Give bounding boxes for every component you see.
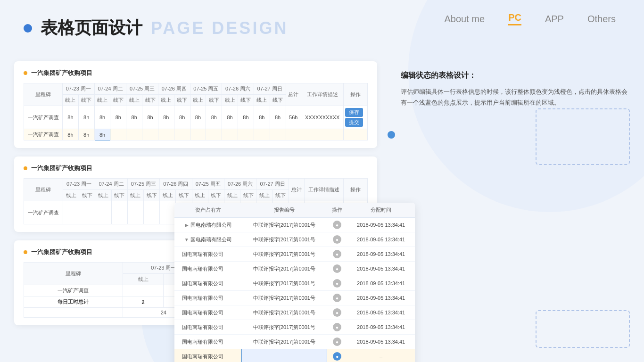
th-milestone: 里程碑	[24, 83, 63, 106]
table-row: 国电南瑞有限公司 中联评报字[2017]第0001号 ● 2018-09-05 …	[174, 335, 415, 349]
th-offline-6: 线下	[238, 95, 254, 106]
table-row: 国电南瑞有限公司 中联评报字[2017]第0001号 ● 2018-09-05 …	[174, 247, 415, 262]
page-title-cn: 表格页面设计	[41, 16, 142, 40]
table-1: 里程碑 07-23 周一 07-24 周二 07-25 周三 07-26 周四 …	[24, 83, 368, 140]
table-row: 国电南瑞有限公司 中联评报字[2017]第0001号 ● 2018-09-05 …	[174, 320, 415, 335]
table-row-editing: 一汽矿产调查 8h8h 8h	[24, 129, 368, 140]
action-btn[interactable]: ●	[333, 279, 341, 288]
th-online-7: 线上	[254, 95, 270, 106]
th-date-4: 07-26 周四	[158, 83, 190, 95]
th-date-7: 07-27 周日	[254, 83, 286, 95]
action-btn[interactable]: ●	[333, 337, 341, 346]
th-online-2: 线上	[94, 95, 110, 106]
right-panel: 编辑状态的表格设计： 评估师编辑具体一行表格信息的时候，该行整体颜色变为浅橙色，…	[391, 52, 644, 362]
asset-table: 资产占有方 报告编号 操作 分配时间 ▶ 国电南瑞有限公司 中联评报字[2017…	[174, 203, 415, 362]
asset-col-company: 资产占有方	[174, 203, 241, 218]
save-button[interactable]: 保存	[345, 108, 363, 117]
th-offline-1: 线下	[78, 95, 94, 106]
nav-others[interactable]: Others	[587, 14, 616, 25]
title-dot	[24, 24, 32, 33]
table-row-editing: 国电南瑞有限公司 ● –	[174, 349, 415, 362]
table-card-1: 一汽集团矿产收购项目 里程碑 07-23 周一 07-24 周二 07-25 周…	[14, 61, 377, 148]
action-btn[interactable]: ●	[333, 294, 341, 302]
th-milestone-2: 里程碑	[24, 179, 63, 201]
th-date-2: 07-24 周二	[94, 83, 126, 95]
th-online-3: 线上	[126, 95, 142, 106]
asset-col-report: 报告编号	[241, 203, 327, 218]
table-row: ▶ 国电南瑞有限公司 中联评报字[2017]第0001号 ● 2018-09-0…	[174, 218, 415, 232]
edit-desc-text: 评估师编辑具体一行表格信息的时候，该行整体颜色变为浅橙色，点击的具体表格会有一个…	[401, 86, 630, 108]
submit-button[interactable]: 提交	[345, 118, 363, 127]
dashed-box-top	[536, 108, 630, 165]
asset-col-time: 分配时间	[347, 203, 415, 218]
action-btn[interactable]: ●	[333, 235, 341, 244]
action-btn[interactable]: ●	[333, 323, 341, 331]
th-online-6: 线上	[222, 95, 238, 106]
th-offline-2: 线下	[110, 95, 126, 106]
page-title-en: PAGE DESIGN	[151, 18, 288, 38]
nav-app[interactable]: APP	[545, 14, 564, 25]
cell-name-edit: 一汽矿产调查	[24, 129, 63, 140]
th-action: 操作	[344, 83, 368, 106]
th-offline-7: 线下	[270, 95, 286, 106]
arrow-icon: ▶	[184, 222, 189, 228]
asset-table-container: 资产占有方 报告编号 操作 分配时间 ▶ 国电南瑞有限公司 中联评报字[2017…	[174, 203, 415, 362]
card-title-1: 一汽集团矿产收购项目	[24, 69, 368, 77]
table-row: 一汽矿产调查 8h8h 8h8h 8h8h 8h8h 8h8h 8h8h 8h8…	[24, 106, 368, 129]
th-date-3: 07-25 周三	[126, 83, 158, 95]
table-row: 国电南瑞有限公司 中联评报字[2017]第0001号 ● 2018-09-05 …	[174, 262, 415, 276]
table-row: ▼ 国电南瑞有限公司 中联评报字[2017]第0001号 ● 2018-09-0…	[174, 232, 415, 247]
connector-dot-1	[388, 131, 395, 139]
edit-desc-title: 编辑状态的表格设计：	[401, 71, 630, 81]
page-title-area: 表格页面设计 PAGE DESIGN	[24, 16, 288, 40]
th-offline-4: 线下	[174, 95, 190, 106]
dashed-box-bottom	[536, 310, 630, 348]
th-online-1: 线上	[63, 95, 79, 106]
action-btn[interactable]: ●	[333, 264, 341, 273]
th-offline-3: 线下	[142, 95, 158, 106]
th-online-4: 线上	[158, 95, 174, 106]
table-row: 国电南瑞有限公司 中联评报字[2017]第0001号 ● 2018-09-05 …	[174, 276, 415, 291]
th-desc: 工作详情描述	[301, 83, 344, 106]
table-row: 国电南瑞有限公司 中联评报字[2017]第0001号 ● 2018-09-05 …	[174, 305, 415, 320]
nav-about-me[interactable]: About me	[445, 14, 485, 25]
cell-name: 一汽矿产调查	[24, 106, 63, 129]
table-row: 国电南瑞有限公司 中联评报字[2017]第0001号 ● 2018-09-05 …	[174, 291, 415, 305]
th-date-5: 07-25 周五	[190, 83, 222, 95]
th-total: 总计	[286, 83, 301, 106]
th-offline-5: 线下	[206, 95, 222, 106]
action-btn[interactable]: ●	[333, 221, 341, 229]
action-btn[interactable]: ●	[333, 250, 341, 258]
th-online-5: 线上	[190, 95, 206, 106]
action-btn[interactable]: ●	[333, 308, 341, 317]
card-title-2: 一汽集团矿产收购项目	[24, 164, 368, 173]
th-date-1: 07-23 周一	[63, 83, 95, 95]
arrow-icon: ▼	[184, 237, 189, 242]
edit-description: 编辑状态的表格设计： 评估师编辑具体一行表格信息的时候，该行整体颜色变为浅橙色，…	[401, 71, 630, 108]
nav-pc[interactable]: PC	[508, 12, 521, 25]
action-btn-blue[interactable]: ●	[333, 352, 341, 361]
th-date-6: 07-26 周六	[222, 83, 254, 95]
asset-col-action: 操作	[327, 203, 347, 218]
